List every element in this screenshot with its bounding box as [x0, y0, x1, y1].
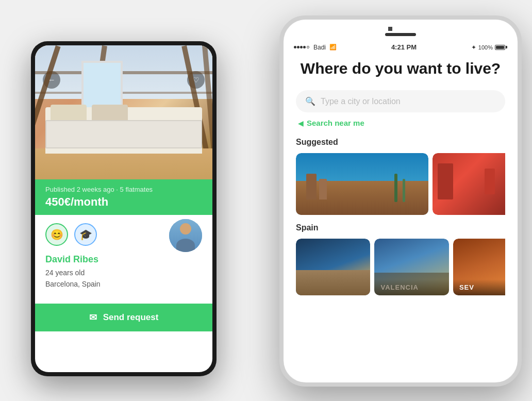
front-camera: [388, 27, 392, 31]
profile-photo: [169, 219, 202, 252]
user-icon-1: 😊: [51, 228, 63, 241]
profile-section: 😊 🎓 David Ribes 24 years old Barcelona, …: [35, 215, 212, 331]
android-phone: ← ♡ Published 2 weeks ago · 5 flatmates …: [31, 41, 217, 376]
signal-dot-1: [294, 46, 296, 48]
wifi-icon: 📶: [329, 44, 337, 51]
spain-label: Spain: [296, 223, 505, 232]
profile-location: Barcelona, Spain: [45, 278, 202, 290]
ios-status-bar: Badi 📶 4:21 PM ✦ 100%: [284, 40, 518, 54]
iphone: Badi 📶 4:21 PM ✦ 100% Where do you want …: [279, 15, 522, 387]
suggested-label: Suggested: [296, 138, 505, 147]
profile-name: David Ribes: [45, 254, 202, 265]
profile-age: 24 years old: [45, 267, 202, 278]
status-right-icons: ✦ 100%: [471, 44, 507, 51]
room-image: ← ♡: [35, 45, 212, 179]
listing-price: 450€/month: [45, 195, 202, 209]
search-placeholder-text: Type a city or location: [321, 97, 401, 106]
status-time: 4:21 PM: [391, 43, 417, 51]
search-icon: 🔍: [305, 96, 315, 106]
signal-dot-5: [307, 46, 309, 48]
carrier-name: Badi: [313, 44, 326, 51]
battery-icon: [495, 45, 507, 50]
city-card-valencia[interactable]: VALENCIA: [374, 239, 448, 295]
user-avatar-2: 🎓: [74, 223, 97, 246]
listing-info-bar: Published 2 weeks ago · 5 flatmates 450€…: [35, 179, 212, 215]
city-card-partial[interactable]: [433, 153, 505, 215]
search-near-me[interactable]: ◀ Search near me: [296, 119, 505, 127]
person-head: [180, 223, 191, 235]
person-body: [176, 239, 195, 252]
suggested-cities-grid: BARCELONA: [296, 153, 505, 215]
city-card-barcelona[interactable]: BARCELONA: [296, 153, 428, 215]
signal-dot-3: [300, 46, 303, 48]
search-bar[interactable]: 🔍 Type a city or location: [296, 90, 505, 112]
iphone-screen: Badi 📶 4:21 PM ✦ 100% Where do you want …: [284, 20, 518, 382]
signal-dot-4: [303, 46, 306, 48]
city-card-seville[interactable]: SEV: [453, 239, 505, 295]
page-title: Where do you want to live?: [296, 59, 505, 78]
send-request-button[interactable]: ✉ Send request: [35, 304, 212, 331]
carrier-info: Badi 📶: [294, 44, 337, 51]
profile-silhouette: [169, 219, 202, 252]
location-icon: ◀: [298, 119, 304, 127]
search-near-me-label[interactable]: Search near me: [307, 119, 364, 127]
send-icon: ✉: [89, 312, 97, 323]
iphone-main-content: Where do you want to live? 🔍 Type a city…: [284, 54, 518, 295]
user-icon-2: 🎓: [79, 228, 92, 241]
city-card-seville-label: SEV: [453, 279, 505, 295]
signal-dots: [294, 46, 310, 48]
android-phone-screen: ← ♡ Published 2 weeks ago · 5 flatmates …: [35, 45, 212, 372]
send-request-label: Send request: [103, 312, 159, 323]
user-avatar-1: 😊: [45, 223, 68, 246]
city-card-madrid[interactable]: MADRID: [296, 239, 370, 295]
listing-subtitle: Published 2 weeks ago · 5 flatmates: [45, 186, 202, 193]
battery-label: 100%: [478, 44, 493, 51]
spain-cities-grid: MADRID VALENCIA SEV: [296, 239, 505, 295]
bluetooth-icon: ✦: [471, 44, 476, 51]
iphone-top-area: [284, 20, 518, 36]
iphone-speaker: [385, 33, 416, 36]
signal-dot-2: [297, 46, 300, 48]
